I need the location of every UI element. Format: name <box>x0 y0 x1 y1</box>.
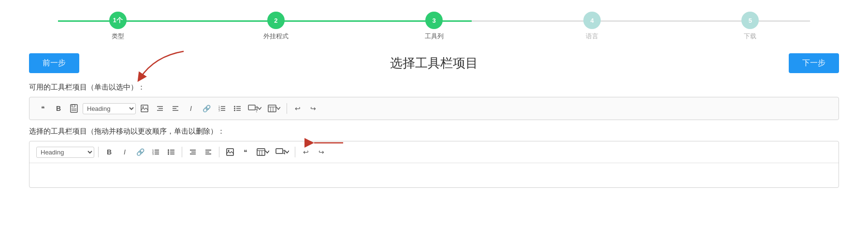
step-1[interactable]: 1个 类型 <box>39 12 197 41</box>
red-arrow-svg-1 <box>126 46 203 85</box>
align-right-svg <box>156 105 164 112</box>
ul-svg <box>233 105 241 112</box>
step-4-label: 语言 <box>586 32 598 41</box>
svg-point-39 <box>168 152 169 153</box>
selected-heading-select[interactable]: Heading Heading 1 Heading 2 Heading 3 <box>36 147 94 158</box>
step-3-label: 工具列 <box>425 32 444 41</box>
svg-point-21 <box>234 106 235 107</box>
sel-table-svg <box>257 148 265 156</box>
page-title: 选择工具栏项目 <box>390 55 478 72</box>
step-4[interactable]: 4 语言 <box>513 12 671 41</box>
redo-icon[interactable]: ↪ <box>306 102 320 115</box>
selected-media-icon[interactable] <box>274 145 291 159</box>
stepper: 1个 类型 2 外挂程式 3 工具列 4 语言 5 下载 <box>0 0 868 48</box>
align-left-svg <box>172 105 179 112</box>
selected-ul-icon[interactable] <box>164 145 178 159</box>
selected-quote-icon[interactable]: ❝ <box>239 145 252 159</box>
selected-sep-3 <box>219 147 219 157</box>
step-1-circle: 1个 <box>109 12 127 29</box>
next-button[interactable]: 下一步 <box>789 53 839 73</box>
step-5-label: 下载 <box>744 32 756 41</box>
toolbar-separator-1 <box>287 103 287 114</box>
unordered-list-icon[interactable] <box>231 102 244 115</box>
heading-select[interactable]: Heading Heading 1 Heading 2 Heading 3 <box>83 103 136 114</box>
image-icon[interactable] <box>138 102 151 115</box>
file-icon[interactable] <box>67 102 81 115</box>
selected-italic-icon[interactable]: I <box>118 145 131 159</box>
selected-sep-1 <box>98 147 99 157</box>
file-svg <box>70 104 78 113</box>
svg-text:3.: 3. <box>152 153 154 155</box>
selected-table-icon[interactable] <box>254 145 272 159</box>
sel-ol-svg: 1. 2. 3. <box>152 149 159 155</box>
svg-rect-0 <box>71 105 77 112</box>
selected-section-wrapper: 选择的工具栏项目（拖动并移动以更改顺序，单击以删除）： <box>29 127 839 136</box>
svg-rect-53 <box>276 149 283 153</box>
svg-rect-47 <box>227 149 233 155</box>
svg-point-40 <box>168 153 169 155</box>
svg-point-48 <box>228 150 230 152</box>
undo-icon[interactable]: ↩ <box>291 102 304 115</box>
selected-align-left-icon[interactable] <box>202 145 215 159</box>
red-arrow-svg-2 <box>309 136 348 150</box>
selected-toolbar-content <box>29 163 839 187</box>
link-icon[interactable]: 🔗 <box>200 102 213 115</box>
step-2-circle: 2 <box>267 12 285 29</box>
step-1-label: 类型 <box>112 32 124 41</box>
svg-point-23 <box>234 110 235 111</box>
selected-image-icon[interactable] <box>223 145 237 159</box>
sel-ul-svg <box>167 149 175 155</box>
svg-rect-4 <box>141 105 148 112</box>
svg-text:3.: 3. <box>218 109 220 112</box>
prev-button[interactable]: 前一步 <box>29 53 79 73</box>
step-4-circle: 4 <box>583 12 601 29</box>
sel-chevron-table-svg <box>265 151 269 153</box>
italic-icon[interactable]: I <box>184 102 198 115</box>
sel-al-svg <box>204 149 212 155</box>
sel-img-svg <box>226 148 234 156</box>
selected-label: 选择的工具栏项目（拖动并移动以更改顺序，单击以删除）： <box>29 127 839 136</box>
chevron-table-svg <box>276 107 280 110</box>
table-dropdown-icon[interactable] <box>265 102 283 115</box>
align-right-icon[interactable] <box>153 102 167 115</box>
quote-icon[interactable]: ❝ <box>36 102 50 115</box>
media-dropdown-icon[interactable] <box>246 102 263 115</box>
align-left-icon[interactable] <box>169 102 182 115</box>
step-2[interactable]: 2 外挂程式 <box>197 12 355 41</box>
ordered-list-icon[interactable]: 1. 2. 3. <box>215 102 229 115</box>
sel-media-svg <box>275 148 285 156</box>
chevron-down-svg <box>258 107 261 110</box>
svg-point-22 <box>234 108 235 109</box>
selected-link-icon[interactable]: 🔗 <box>133 145 147 159</box>
available-toolbar: ❝ B Heading Heading 1 Heading 2 Heading … <box>29 97 839 120</box>
main-content: 前一步 选择工具栏项目 下一步 可用的工具栏项目（单击以选中）： ❝ B <box>0 48 868 198</box>
step-5[interactable]: 5 下载 <box>671 12 829 41</box>
svg-rect-49 <box>257 149 265 155</box>
selected-ol-icon[interactable]: 1. 2. 3. <box>149 145 162 159</box>
selected-toolbar-top: Heading Heading 1 Heading 2 Heading 3 B … <box>29 141 839 163</box>
bold-icon[interactable]: B <box>52 102 65 115</box>
sel-chevron-media-svg <box>285 151 289 153</box>
selected-bold-icon[interactable]: B <box>102 145 116 159</box>
step-2-label: 外挂程式 <box>263 32 289 41</box>
svg-point-38 <box>168 150 169 151</box>
step-3-circle: 3 <box>425 12 443 29</box>
ol-svg: 1. 2. 3. <box>218 105 226 112</box>
sel-ar-svg <box>189 149 197 155</box>
image-svg <box>141 105 148 112</box>
step-5-circle: 5 <box>741 12 759 29</box>
svg-rect-25 <box>268 105 276 112</box>
selected-sep-4 <box>295 147 295 157</box>
svg-point-5 <box>143 107 144 108</box>
svg-rect-24 <box>248 105 255 110</box>
table-svg <box>268 105 276 112</box>
selected-align-right-icon[interactable] <box>186 145 200 159</box>
selected-toolbar: Heading Heading 1 Heading 2 Heading 3 B … <box>29 141 839 188</box>
step-3[interactable]: 3 工具列 <box>355 12 513 41</box>
media-svg <box>248 105 258 112</box>
selected-sep-2 <box>182 147 182 157</box>
